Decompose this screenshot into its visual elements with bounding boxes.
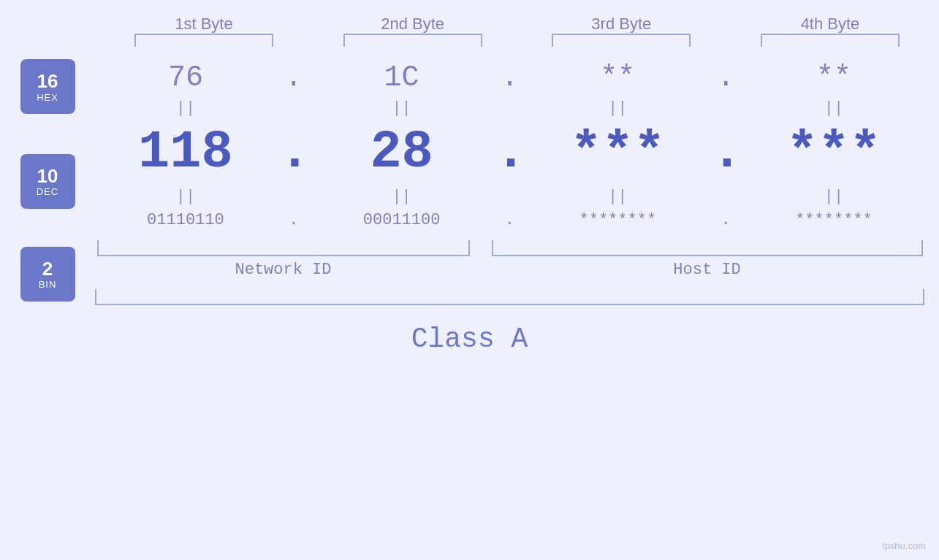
dec-sep-1: .: [279, 123, 308, 183]
eq1-3: ||: [530, 99, 705, 118]
eq1-2: ||: [314, 99, 490, 118]
hex-cell-1: 76: [98, 61, 273, 94]
hex-cell-2: 1C: [314, 61, 490, 94]
dec-sep-2: .: [495, 123, 524, 183]
bottom-brackets: [95, 240, 924, 256]
dec-cell-3: ***: [530, 123, 705, 183]
eq1-1: ||: [98, 99, 273, 118]
dec-cell-2: 28: [314, 123, 490, 183]
bin-sep-3: .: [711, 211, 740, 229]
bracket-top-3: [552, 34, 691, 47]
main-container: 1st Byte 2nd Byte 3rd Byte 4th Byte 16 H: [0, 0, 939, 560]
byte-label-2: 2nd Byte: [325, 15, 501, 47]
bin-row: 01110110 . 00011100 . ******** . *******…: [95, 207, 924, 237]
bin-badge: 2 BIN: [20, 247, 75, 302]
watermark: ipshu.com: [883, 540, 926, 551]
dec-row: 118 . 28 . *** . ***: [95, 119, 924, 186]
equals-row-1: || || || ||: [95, 98, 924, 119]
hex-sep-3: .: [711, 61, 740, 94]
network-id-label: Network ID: [97, 261, 470, 279]
host-bracket: [492, 240, 923, 256]
overall-bracket: [95, 289, 924, 305]
base-indicators: 16 HEX 10 DEC 2 BIN: [0, 54, 95, 305]
dec-cell-1: 118: [98, 123, 273, 183]
eq2-4: ||: [746, 188, 921, 206]
eq2-2: ||: [314, 188, 490, 206]
dec-cell-4: ***: [746, 123, 921, 183]
dec-badge: 10 DEC: [20, 154, 75, 209]
byte-labels-row: 1st Byte 2nd Byte 3rd Byte 4th Byte: [115, 15, 919, 47]
host-id-label: Host ID: [492, 261, 923, 279]
bracket-top-1: [134, 34, 273, 47]
class-label-container: Class A: [0, 312, 939, 355]
byte-label-3: 3rd Byte: [533, 15, 709, 47]
bin-sep-1: .: [279, 211, 308, 229]
class-label: Class A: [411, 323, 528, 355]
hex-row: 76 . 1C . ** . **: [95, 54, 924, 98]
hex-badge: 16 HEX: [20, 59, 75, 114]
bin-cell-2: 00011100: [314, 211, 490, 229]
bin-cell-3: ********: [530, 211, 705, 229]
bin-cell-1: 01110110: [98, 211, 273, 229]
id-labels-row: Network ID Host ID: [95, 261, 924, 279]
hex-cell-4: **: [746, 61, 921, 94]
eq2-3: ||: [530, 188, 705, 206]
equals-row-2: || || || ||: [95, 186, 924, 207]
eq1-4: ||: [746, 99, 921, 118]
hex-sep-2: .: [495, 61, 524, 94]
bracket-top-4: [761, 34, 900, 47]
network-bracket: [97, 240, 470, 256]
hex-sep-1: .: [279, 61, 308, 94]
byte-label-1: 1st Byte: [116, 15, 292, 47]
hex-cell-3: **: [530, 61, 705, 94]
eq2-1: ||: [98, 188, 273, 206]
bin-cell-4: ********: [746, 211, 921, 229]
bracket-top-2: [343, 34, 482, 47]
bin-sep-2: .: [495, 211, 524, 229]
dec-sep-3: .: [711, 123, 740, 183]
byte-label-4: 4th Byte: [742, 15, 918, 47]
